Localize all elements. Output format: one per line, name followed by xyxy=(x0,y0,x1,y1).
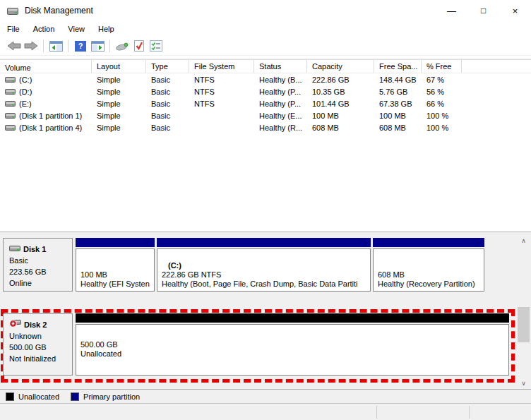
disk2-status: Not Initialized xyxy=(9,353,68,364)
popup-tool-icon[interactable] xyxy=(114,38,131,54)
maximize-button[interactable]: □ xyxy=(467,0,499,21)
volume-row-e[interactable]: (E:) Simple Basic NTFS Healthy (P... 101… xyxy=(0,97,531,109)
legend-swatch-primary xyxy=(71,392,79,401)
disk2-type: Unknown xyxy=(9,330,68,342)
close-button[interactable]: × xyxy=(499,0,531,21)
volume-table-header: Volume Layout Type File System Status Ca… xyxy=(0,59,531,73)
console-tree-icon[interactable] xyxy=(47,38,64,54)
task-list-icon[interactable] xyxy=(148,38,165,54)
volume-icon xyxy=(5,112,16,119)
col-pct-free[interactable]: % Free xyxy=(422,59,462,73)
volume-row-d[interactable]: (D:) Simple Basic NTFS Healthy (P... 10.… xyxy=(0,85,531,97)
col-status[interactable]: Status xyxy=(254,59,307,73)
partition-color-bar xyxy=(157,238,371,247)
partition-recovery[interactable]: 608 MB Healthy (Recovery Partition) xyxy=(373,238,484,292)
col-type[interactable]: Type xyxy=(146,59,189,73)
task-check-icon[interactable] xyxy=(131,38,148,54)
volume-icon xyxy=(5,124,16,131)
partition-c-drive[interactable]: (C:) 222.86 GB NTFS Healthy (Boot, Page … xyxy=(157,238,371,292)
titlebar: Disk Management — □ × xyxy=(0,0,531,21)
disk2-error-icon xyxy=(9,319,21,330)
scroll-up-icon[interactable]: ∧ xyxy=(518,234,530,246)
disk2-label-block[interactable]: Disk 2 Unknown 500.00 GB Not Initialized xyxy=(3,313,73,376)
disk2-row: Disk 2 Unknown 500.00 GB Not Initialized… xyxy=(3,313,513,376)
toolbar-separator xyxy=(43,40,44,52)
disk2-partitions: 500.00 GB Unallocated xyxy=(76,313,513,376)
volume-row-disk1-partition4[interactable]: (Disk 1 partition 4) Simple Basic Health… xyxy=(0,121,531,133)
legend-label-primary: Primary partition xyxy=(83,392,140,401)
scroll-down-icon[interactable]: ∨ xyxy=(518,377,530,389)
legend-bar: Unallocated Primary partition xyxy=(0,389,531,403)
col-free-space[interactable]: Free Spa... xyxy=(374,59,422,73)
scrollbar-thumb[interactable] xyxy=(518,307,530,342)
partition-unallocated[interactable]: 500.00 GB Unallocated xyxy=(76,313,509,376)
disk1-partitions: 100 MB Healthy (EFI Systen (C:) 222.86 G… xyxy=(76,238,515,292)
status-bar xyxy=(0,403,531,420)
back-icon[interactable] xyxy=(6,38,23,54)
volume-row-disk1-partition1[interactable]: (Disk 1 partition 1) Simple Basic Health… xyxy=(0,109,531,121)
volume-row-c[interactable]: (C:) Simple Basic NTFS Healthy (B... 222… xyxy=(0,73,531,85)
toolbar-separator xyxy=(68,40,68,52)
disk1-icon xyxy=(9,244,20,255)
toolbar-separator xyxy=(109,40,110,52)
help-icon[interactable]: ? xyxy=(72,38,89,54)
disk2-size: 500.00 GB xyxy=(9,342,68,353)
disk1-status: Online xyxy=(9,277,68,289)
disk1-label-block[interactable]: Disk 1 Basic 223.56 GB Online xyxy=(3,238,73,292)
volume-icon xyxy=(5,88,16,95)
partition-color-bar xyxy=(373,238,484,247)
menu-file[interactable]: File xyxy=(7,23,26,35)
disk1-size: 223.56 GB xyxy=(9,266,68,277)
disk-graph-pane: Disk 1 Basic 223.56 GB Online 100 MB Hea… xyxy=(0,232,531,389)
volume-icon xyxy=(5,100,16,107)
col-volume[interactable]: Volume xyxy=(0,59,92,73)
legend-label-unallocated: Unallocated xyxy=(18,392,59,401)
toolbar: ? xyxy=(0,37,531,56)
col-file-system[interactable]: File System xyxy=(189,59,254,73)
menu-view[interactable]: View xyxy=(68,23,91,35)
status-bar-divider xyxy=(376,406,377,419)
partition-color-bar xyxy=(76,238,155,247)
disk1-type: Basic xyxy=(9,255,68,266)
col-layout[interactable]: Layout xyxy=(92,59,146,73)
menubar: File Action View Help xyxy=(0,21,531,37)
scrollbar-track[interactable] xyxy=(518,246,530,377)
action-pane-icon[interactable] xyxy=(89,38,106,54)
legend-swatch-unallocated xyxy=(6,392,14,401)
menu-action[interactable]: Action xyxy=(33,23,61,35)
col-capacity[interactable]: Capacity xyxy=(307,59,374,73)
menu-help[interactable]: Help xyxy=(98,23,121,35)
partition-efi-system[interactable]: 100 MB Healthy (EFI Systen xyxy=(76,238,155,292)
minimize-button[interactable]: — xyxy=(436,0,467,21)
partition-color-bar xyxy=(76,313,509,323)
disk1-row: Disk 1 Basic 223.56 GB Online 100 MB Hea… xyxy=(3,238,515,292)
volume-list-pane: Volume Layout Type File System Status Ca… xyxy=(0,59,531,232)
status-bar-divider xyxy=(469,406,470,419)
volume-icon xyxy=(5,76,16,83)
app-icon xyxy=(7,6,19,16)
forward-icon[interactable] xyxy=(23,38,40,54)
vertical-scrollbar[interactable]: ∧ ∨ xyxy=(518,234,530,389)
window-title: Disk Management xyxy=(25,6,93,16)
col-filler xyxy=(462,59,531,73)
